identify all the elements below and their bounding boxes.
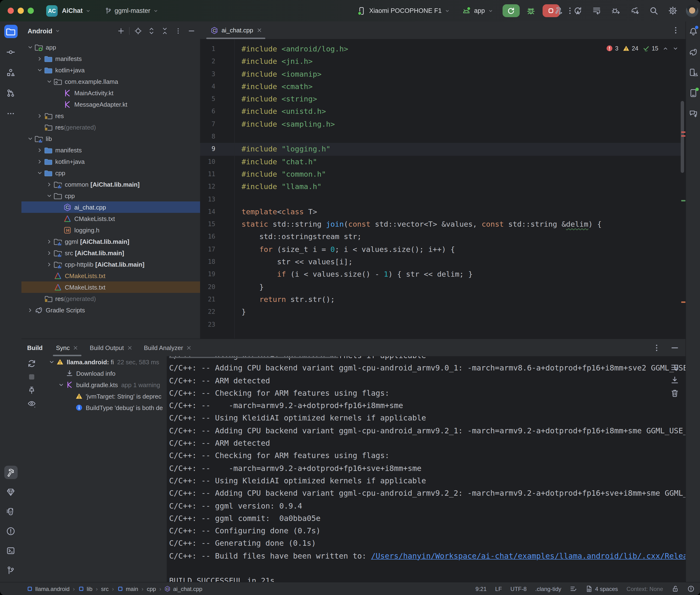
code-line-8[interactable]: 8 <box>200 131 686 143</box>
stripe-running-devices-button[interactable] <box>688 87 699 98</box>
gradle-sync-button[interactable] <box>629 5 640 17</box>
code-line-23[interactable]: 23 <box>200 318 686 331</box>
code-line-2[interactable]: 2#include <jni.h> <box>200 55 686 68</box>
code-line-22[interactable]: 22} <box>200 306 686 318</box>
chevron-down-icon[interactable] <box>36 66 43 74</box>
build-tree-item[interactable]: BuildType 'debug' is both de <box>42 402 167 413</box>
tree-item-gradle-scripts[interactable]: Gradle Scripts <box>22 304 200 316</box>
build-toolbar-sync-refresh-button[interactable] <box>26 358 37 369</box>
stripe-logcat-button[interactable] <box>4 505 18 518</box>
chevron-right-icon[interactable] <box>36 112 43 119</box>
build-output-console[interactable]: C/C++: -- Using KleidiAI optimized kerne… <box>167 356 686 583</box>
log-horizontal-scrollbar[interactable] <box>169 357 338 358</box>
code-line-4[interactable]: 4#include <cmath> <box>200 81 686 93</box>
stripe-notifications-button[interactable] <box>688 26 699 37</box>
project-toolbar-collapse-all-button[interactable] <box>160 26 170 36</box>
status-code-style[interactable] <box>570 585 577 592</box>
chevron-right-icon[interactable] <box>45 180 53 188</box>
build-toolbar-pin-button[interactable] <box>26 385 37 395</box>
status-caret-position[interactable]: 9:21 <box>475 586 486 592</box>
stripe-pull-requests-button[interactable] <box>4 86 18 100</box>
build-tree-item[interactable]: llama.android: fi22 sec, 583 ms <box>42 356 167 368</box>
warnings-badge[interactable]: 24 <box>623 45 638 52</box>
stripe-project-button[interactable] <box>4 25 18 38</box>
stripe-version-control-button[interactable] <box>4 563 18 577</box>
prev-problem-button[interactable] <box>663 46 668 51</box>
run-make-button[interactable] <box>553 5 564 17</box>
stripe-more-button[interactable] <box>4 107 18 120</box>
stripe-device-manager-button[interactable] <box>688 67 699 78</box>
device-selector[interactable]: Xiaomi POCOPHONE F1 <box>357 6 450 15</box>
project-toolbar-locate-button[interactable] <box>133 26 143 36</box>
close-icon[interactable] <box>187 345 192 350</box>
project-view-selector[interactable]: Android <box>28 27 60 34</box>
tree-item-ai-chat-cpp[interactable]: Cai_chat.cpp <box>22 201 200 213</box>
search-button[interactable] <box>648 5 659 17</box>
status-line-separator[interactable]: LF <box>495 586 502 592</box>
status-indent-size[interactable]: 4 spaces <box>586 585 618 592</box>
code-line-10[interactable]: 10#include "chat.h" <box>200 155 686 168</box>
error-stripe-mark[interactable] <box>681 132 685 133</box>
build-toolbar-view-options-button[interactable] <box>26 398 37 408</box>
code-line-15[interactable]: 15static std::string join(const std::vec… <box>200 218 686 231</box>
code-line-19[interactable]: 19 if (i < values.size() - 1) { str << d… <box>200 268 686 281</box>
code-line-21[interactable]: 21 return str.str(); <box>200 293 686 306</box>
tree-item-src[interactable]: src[AiChat.lib.main] <box>22 247 200 259</box>
tree-item-cmakelists-txt[interactable]: CMakeLists.txt <box>22 270 200 281</box>
user-avatar[interactable] <box>686 4 698 17</box>
tree-item-kotlin-java[interactable]: kotlin+java <box>22 64 200 76</box>
editor-tab-ai-chat-cpp[interactable]: C ai_chat.cpp <box>204 22 267 39</box>
stripe-terminal-button[interactable] <box>4 544 18 557</box>
tree-item-cmakelists-txt[interactable]: CMakeLists.txt <box>22 281 200 293</box>
status-encoding[interactable]: UTF-8 <box>510 586 527 592</box>
chevron-right-icon[interactable] <box>36 146 43 154</box>
chevron-right-icon[interactable] <box>36 158 43 165</box>
code-line-12[interactable]: 12#include "llama.h" <box>200 181 686 193</box>
build-output-path-link[interactable]: /Users/hanyin/Workspace/ai-chat/examples… <box>371 551 686 561</box>
log-soft-wrap-button[interactable] <box>669 362 680 372</box>
build-toolbar-stop-square-button[interactable] <box>26 371 37 382</box>
chevron-down-icon[interactable] <box>57 381 65 389</box>
debug-button[interactable] <box>525 5 537 17</box>
breadcrumb-item-main[interactable]: main <box>117 586 138 592</box>
tree-item-mainactivity-kt[interactable]: MainActivity.kt <box>22 87 200 98</box>
code-line-9[interactable]: 9#include "logging.h" <box>200 143 686 156</box>
stripe-build-button[interactable] <box>4 466 18 479</box>
chevron-down-icon[interactable] <box>26 43 34 51</box>
chevron-down-icon[interactable] <box>36 169 43 177</box>
hide-build-button[interactable] <box>669 342 680 353</box>
chevron-down-icon[interactable] <box>45 78 53 85</box>
tree-item-cpp-httplib[interactable]: cpp-httplib[AiChat.lib.main] <box>22 259 200 270</box>
code-line-17[interactable]: 17 for (size_t i = 0; i < values.size();… <box>200 243 686 256</box>
close-icon[interactable] <box>73 345 78 350</box>
passed-badge[interactable]: 15 <box>643 45 658 52</box>
build-menu-button[interactable] <box>591 5 602 17</box>
close-window-button[interactable] <box>8 8 14 14</box>
stripe-problems-button[interactable] <box>4 524 18 538</box>
chevron-right-icon[interactable] <box>45 249 53 257</box>
minimize-window-button[interactable] <box>18 8 24 14</box>
inspections-widget[interactable]: 3 24 15 <box>606 45 678 52</box>
vcs-stripe-mark[interactable] <box>681 200 685 201</box>
log-scroll-end-button[interactable] <box>669 375 680 385</box>
tree-item-cpp[interactable]: cpp <box>22 167 200 178</box>
settings-button[interactable] <box>667 5 678 17</box>
build-options-button[interactable] <box>651 342 662 353</box>
editor-scrollbar[interactable] <box>681 101 684 173</box>
stripe-gradle-button[interactable] <box>688 46 699 58</box>
code-line-6[interactable]: 6#include <unistd.h> <box>200 106 686 118</box>
errors-badge[interactable]: 3 <box>606 45 618 52</box>
chevron-right-icon[interactable] <box>26 306 34 314</box>
tree-item-res[interactable]: res (generated) <box>22 121 200 133</box>
chevron-right-icon[interactable] <box>36 55 43 62</box>
build-tab-build-output[interactable]: Build Output <box>84 339 138 356</box>
stripe-structure-button[interactable] <box>4 66 18 79</box>
status-lock[interactable] <box>672 585 679 592</box>
tree-item-app[interactable]: app <box>22 41 200 53</box>
tree-item-res[interactable]: res (generated) <box>22 293 200 304</box>
breadcrumb-item-ai-chat-cpp[interactable]: Cai_chat.cpp <box>165 586 202 592</box>
tree-item-manifests[interactable]: manifests <box>22 53 200 64</box>
code-line-18[interactable]: 18 str << values[i]; <box>200 256 686 268</box>
code-line-5[interactable]: 5#include <string> <box>200 93 686 106</box>
log-trash-button[interactable] <box>669 388 680 398</box>
